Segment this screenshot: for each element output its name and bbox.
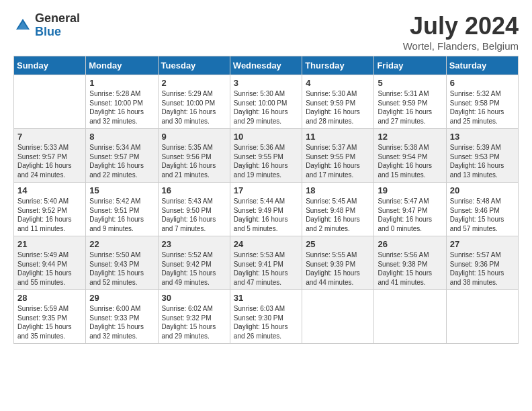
calendar-cell: 26Sunrise: 5:56 AM Sunset: 9:38 PM Dayli… xyxy=(374,236,446,290)
day-number: 11 xyxy=(306,132,370,142)
calendar-cell: 30Sunrise: 6:02 AM Sunset: 9:32 PM Dayli… xyxy=(158,290,230,344)
day-info: Sunrise: 5:59 AM Sunset: 9:35 PM Dayligh… xyxy=(17,304,82,340)
day-number: 14 xyxy=(17,185,82,195)
day-of-week-header: Tuesday xyxy=(158,56,230,75)
calendar-cell xyxy=(302,290,374,344)
calendar-cell: 22Sunrise: 5:50 AM Sunset: 9:43 PM Dayli… xyxy=(86,236,158,290)
calendar-cell: 4Sunrise: 5:30 AM Sunset: 9:59 PM Daylig… xyxy=(302,75,374,129)
calendar-cell: 28Sunrise: 5:59 AM Sunset: 9:35 PM Dayli… xyxy=(14,290,86,344)
calendar-cell: 13Sunrise: 5:39 AM Sunset: 9:53 PM Dayli… xyxy=(446,129,518,183)
day-info: Sunrise: 5:29 AM Sunset: 10:00 PM Daylig… xyxy=(162,89,226,126)
day-number: 7 xyxy=(17,132,82,142)
day-of-week-header: Wednesday xyxy=(230,56,302,75)
day-number: 30 xyxy=(162,293,226,303)
calendar-cell: 29Sunrise: 6:00 AM Sunset: 9:33 PM Dayli… xyxy=(86,290,158,344)
day-info: Sunrise: 5:36 AM Sunset: 9:55 PM Dayligh… xyxy=(234,143,298,179)
logo-blue-text: Blue xyxy=(35,26,80,39)
day-info: Sunrise: 5:50 AM Sunset: 9:43 PM Dayligh… xyxy=(89,250,154,287)
day-number: 18 xyxy=(306,185,370,195)
calendar-cell: 17Sunrise: 5:44 AM Sunset: 9:49 PM Dayli… xyxy=(230,183,302,236)
page-header: General Blue July 2024 Wortel, Flanders,… xyxy=(7,7,525,56)
calendar-cell xyxy=(374,290,446,344)
day-info: Sunrise: 5:57 AM Sunset: 9:36 PM Dayligh… xyxy=(450,250,515,287)
calendar-cell: 19Sunrise: 5:47 AM Sunset: 9:47 PM Dayli… xyxy=(374,183,446,236)
month-year-title: July 2024 xyxy=(403,12,519,40)
day-number: 12 xyxy=(378,132,442,142)
calendar-cell xyxy=(446,290,518,344)
day-number: 17 xyxy=(234,185,298,195)
day-info: Sunrise: 5:55 AM Sunset: 9:39 PM Dayligh… xyxy=(306,250,370,287)
calendar-cell: 31Sunrise: 6:03 AM Sunset: 9:30 PM Dayli… xyxy=(230,290,302,344)
day-info: Sunrise: 6:00 AM Sunset: 9:33 PM Dayligh… xyxy=(89,304,154,340)
day-info: Sunrise: 6:02 AM Sunset: 9:32 PM Dayligh… xyxy=(162,304,226,340)
calendar-cell: 5Sunrise: 5:31 AM Sunset: 9:59 PM Daylig… xyxy=(374,75,446,129)
day-number: 1 xyxy=(89,78,154,88)
day-number: 9 xyxy=(162,132,226,142)
day-number: 26 xyxy=(378,239,442,249)
title-section: July 2024 Wortel, Flanders, Belgium xyxy=(403,12,519,52)
day-info: Sunrise: 5:48 AM Sunset: 9:46 PM Dayligh… xyxy=(450,197,515,233)
day-info: Sunrise: 6:03 AM Sunset: 9:30 PM Dayligh… xyxy=(234,304,298,340)
day-number: 6 xyxy=(450,78,515,88)
day-info: Sunrise: 5:49 AM Sunset: 9:44 PM Dayligh… xyxy=(17,250,82,287)
calendar-cell: 25Sunrise: 5:55 AM Sunset: 9:39 PM Dayli… xyxy=(302,236,374,290)
calendar-cell: 10Sunrise: 5:36 AM Sunset: 9:55 PM Dayli… xyxy=(230,129,302,183)
day-info: Sunrise: 5:39 AM Sunset: 9:53 PM Dayligh… xyxy=(450,143,515,179)
day-number: 23 xyxy=(162,239,226,249)
day-number: 27 xyxy=(450,239,515,249)
day-number: 3 xyxy=(234,78,298,88)
day-number: 16 xyxy=(162,185,226,195)
calendar-cell: 18Sunrise: 5:45 AM Sunset: 9:48 PM Dayli… xyxy=(302,183,374,236)
day-info: Sunrise: 5:45 AM Sunset: 9:48 PM Dayligh… xyxy=(306,197,370,233)
day-of-week-header: Saturday xyxy=(446,56,518,75)
day-info: Sunrise: 5:56 AM Sunset: 9:38 PM Dayligh… xyxy=(378,250,442,287)
day-number: 15 xyxy=(89,185,154,195)
calendar-cell: 23Sunrise: 5:52 AM Sunset: 9:42 PM Dayli… xyxy=(158,236,230,290)
day-number: 10 xyxy=(234,132,298,142)
calendar-cell: 24Sunrise: 5:53 AM Sunset: 9:41 PM Dayli… xyxy=(230,236,302,290)
day-info: Sunrise: 5:35 AM Sunset: 9:56 PM Dayligh… xyxy=(162,143,226,179)
day-info: Sunrise: 5:44 AM Sunset: 9:49 PM Dayligh… xyxy=(234,197,298,233)
calendar-cell: 21Sunrise: 5:49 AM Sunset: 9:44 PM Dayli… xyxy=(14,236,86,290)
day-number: 19 xyxy=(378,185,442,195)
day-number: 20 xyxy=(450,185,515,195)
day-number: 13 xyxy=(450,132,515,142)
day-info: Sunrise: 5:43 AM Sunset: 9:50 PM Dayligh… xyxy=(162,197,226,233)
logo: General Blue xyxy=(13,12,80,39)
calendar-cell: 3Sunrise: 5:30 AM Sunset: 10:00 PM Dayli… xyxy=(230,75,302,129)
calendar-cell: 9Sunrise: 5:35 AM Sunset: 9:56 PM Daylig… xyxy=(158,129,230,183)
day-info: Sunrise: 5:47 AM Sunset: 9:47 PM Dayligh… xyxy=(378,197,442,233)
day-info: Sunrise: 5:42 AM Sunset: 9:51 PM Dayligh… xyxy=(89,197,154,233)
calendar-cell: 7Sunrise: 5:33 AM Sunset: 9:57 PM Daylig… xyxy=(14,129,86,183)
day-info: Sunrise: 5:37 AM Sunset: 9:55 PM Dayligh… xyxy=(306,143,370,179)
logo-text: General Blue xyxy=(35,12,80,39)
calendar-cell: 27Sunrise: 5:57 AM Sunset: 9:36 PM Dayli… xyxy=(446,236,518,290)
day-info: Sunrise: 5:33 AM Sunset: 9:57 PM Dayligh… xyxy=(17,143,82,179)
calendar-cell: 15Sunrise: 5:42 AM Sunset: 9:51 PM Dayli… xyxy=(86,183,158,236)
day-number: 31 xyxy=(234,293,298,303)
calendar-cell: 1Sunrise: 5:28 AM Sunset: 10:00 PM Dayli… xyxy=(86,75,158,129)
day-info: Sunrise: 5:30 AM Sunset: 10:00 PM Daylig… xyxy=(234,89,298,126)
day-of-week-header: Friday xyxy=(374,56,446,75)
calendar-cell: 16Sunrise: 5:43 AM Sunset: 9:50 PM Dayli… xyxy=(158,183,230,236)
calendar-cell: 6Sunrise: 5:32 AM Sunset: 9:58 PM Daylig… xyxy=(446,75,518,129)
day-info: Sunrise: 5:34 AM Sunset: 9:57 PM Dayligh… xyxy=(89,143,154,179)
day-info: Sunrise: 5:52 AM Sunset: 9:42 PM Dayligh… xyxy=(162,250,226,287)
day-info: Sunrise: 5:32 AM Sunset: 9:58 PM Dayligh… xyxy=(450,89,515,126)
day-number: 21 xyxy=(17,239,82,249)
calendar-cell: 8Sunrise: 5:34 AM Sunset: 9:57 PM Daylig… xyxy=(86,129,158,183)
day-info: Sunrise: 5:38 AM Sunset: 9:54 PM Dayligh… xyxy=(378,143,442,179)
calendar-cell: 20Sunrise: 5:48 AM Sunset: 9:46 PM Dayli… xyxy=(446,183,518,236)
day-number: 25 xyxy=(306,239,370,249)
day-number: 24 xyxy=(234,239,298,249)
calendar-cell: 12Sunrise: 5:38 AM Sunset: 9:54 PM Dayli… xyxy=(374,129,446,183)
calendar-cell xyxy=(14,75,86,129)
day-number: 29 xyxy=(89,293,154,303)
calendar-cell: 2Sunrise: 5:29 AM Sunset: 10:00 PM Dayli… xyxy=(158,75,230,129)
day-of-week-header: Thursday xyxy=(302,56,374,75)
calendar-cell: 11Sunrise: 5:37 AM Sunset: 9:55 PM Dayli… xyxy=(302,129,374,183)
day-number: 22 xyxy=(89,239,154,249)
logo-icon xyxy=(13,16,32,35)
day-number: 5 xyxy=(378,78,442,88)
day-of-week-header: Monday xyxy=(86,56,158,75)
